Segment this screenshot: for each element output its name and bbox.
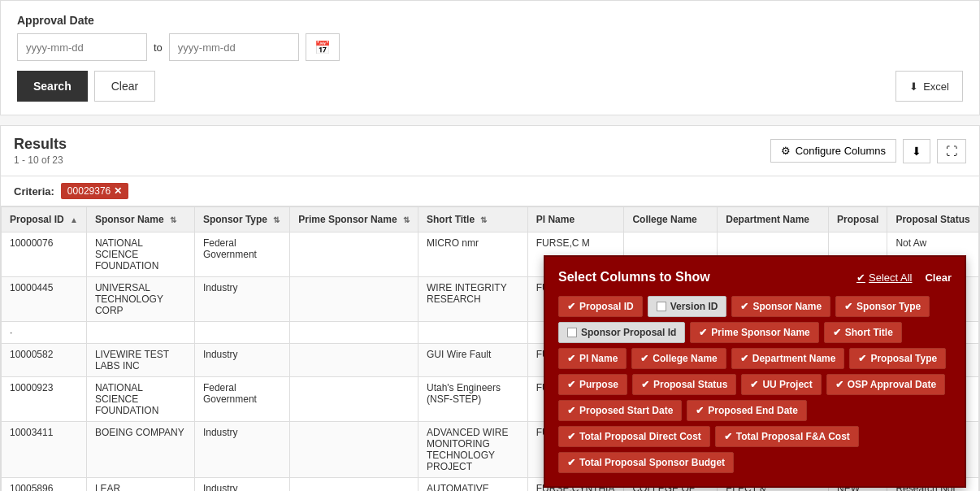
col-chip-label: College Name — [653, 353, 717, 364]
expand-icon: ⛶ — [946, 145, 957, 158]
col-chip-total_sponsor_budget[interactable]: ✔Total Proposal Sponsor Budget — [558, 452, 734, 473]
cell-short_title: MICRO nmr — [418, 232, 527, 277]
col-chip-dept_name[interactable]: ✔Department Name — [731, 348, 845, 369]
col-chip-college_name[interactable]: ✔College Name — [631, 348, 726, 369]
cell-proposal_id: · — [2, 322, 87, 344]
select-all-button[interactable]: ✔ Select All — [856, 272, 912, 284]
col-chip-label: Proposal ID — [579, 301, 634, 312]
cell-sponsor_name: LEAR CORPORATION — [86, 478, 194, 492]
col-clear-button[interactable]: Clear — [925, 272, 952, 284]
check-icon: ✔ — [724, 431, 732, 442]
col-chip-proposal_status[interactable]: ✔Proposal Status — [632, 374, 736, 395]
col-chip-proposal_id[interactable]: ✔Proposal ID — [558, 296, 643, 317]
check-icon: ✔ — [641, 379, 649, 390]
cell-sponsor_type: Federal Government — [194, 232, 289, 277]
calendar-button[interactable]: 📅 — [306, 33, 340, 61]
col-chip-proposed_start_date[interactable]: ✔Proposed Start Date — [558, 400, 682, 421]
col-sponsor-type[interactable]: Sponsor Type ⇅ — [194, 207, 289, 232]
cell-short_title: AUTOMATIVE ANTENNA — [418, 478, 527, 492]
col-chip-label: Proposal Type — [870, 353, 937, 364]
approval-date-label: Approval Date — [17, 14, 963, 27]
col-chip-osp_approval_date[interactable]: ✔OSP Approval Date — [826, 374, 945, 395]
cell-proposal_id: 10000582 — [2, 344, 87, 377]
col-chip-label: Total Proposal Sponsor Budget — [579, 457, 725, 468]
col-chip-total_direct_cost[interactable]: ✔Total Proposal Direct Cost — [558, 426, 710, 447]
check-icon: ✔ — [567, 431, 575, 442]
date-to-input[interactable] — [169, 33, 299, 61]
col-chip-label: OSP Approval Date — [848, 379, 936, 390]
cell-sponsor_name: NATIONAL SCIENCE FOUNDATION — [86, 232, 194, 277]
download-button[interactable]: ⬇ — [903, 139, 930, 163]
checkbox-icon — [657, 302, 666, 311]
check-icon: ✔ — [567, 457, 575, 468]
col-chip-label: Department Name — [752, 353, 836, 364]
expand-button[interactable]: ⛶ — [937, 139, 966, 163]
col-sponsor-name[interactable]: Sponsor Name ⇅ — [86, 207, 194, 232]
col-chip-proposal_type[interactable]: ✔Proposal Type — [849, 348, 946, 369]
col-short-title[interactable]: Short Title ⇅ — [418, 207, 527, 232]
col-dept[interactable]: Department Name — [718, 207, 829, 232]
sort-arrow-sponsor-type: ⇅ — [273, 215, 280, 224]
col-status[interactable]: Proposal Status — [887, 207, 979, 232]
criteria-tag-remove[interactable]: ✕ — [114, 185, 122, 197]
col-chip-label: Total Proposal F&A Cost — [736, 431, 850, 442]
cell-sponsor_type: Industry — [194, 277, 289, 322]
cell-prime_sponsor_name — [290, 344, 418, 377]
excel-download-icon: ⬇ — [909, 80, 918, 93]
col-college[interactable]: College Name — [624, 207, 718, 232]
configure-columns-button[interactable]: ⚙ Configure Columns — [770, 139, 896, 163]
col-chip-sponsor_name[interactable]: ✔Sponsor Name — [731, 296, 830, 317]
col-chip-total_fa_cost[interactable]: ✔Total Proposal F&A Cost — [715, 426, 859, 447]
col-chip-label: Prime Sponsor Name — [711, 327, 809, 338]
col-chip-pi_name[interactable]: ✔PI Name — [558, 348, 627, 369]
cell-prime_sponsor_name — [290, 478, 418, 492]
select-all-label: Select All — [869, 272, 912, 284]
col-proposal-id[interactable]: Proposal ID ▲ — [2, 207, 87, 232]
check-icon: ✔ — [696, 405, 704, 416]
col-prime-sponsor[interactable]: Prime Sponsor Name ⇅ — [290, 207, 418, 232]
col-pi-name[interactable]: PI Name — [527, 207, 624, 232]
excel-button[interactable]: ⬇ Excel — [895, 71, 963, 102]
results-title: Results — [14, 136, 67, 153]
sort-arrow-prime-sponsor: ⇅ — [403, 215, 410, 224]
cell-prime_sponsor_name — [290, 377, 418, 422]
col-chip-sponsor_type[interactable]: ✔Sponsor Type — [835, 296, 930, 317]
cell-sponsor_name: BOEING COMPANY — [86, 422, 194, 478]
col-chip-label: Short Title — [845, 327, 893, 338]
criteria-label: Criteria: — [14, 185, 54, 198]
checkbox-icon — [567, 328, 577, 337]
cell-proposal_id: 10000923 — [2, 377, 87, 422]
cell-sponsor_name: LIVEWIRE TEST LABS INC — [86, 344, 194, 377]
column-select-panel: Select Columns to Show ✔ Select All Clea… — [544, 255, 966, 488]
col-chip-sponsor_proposal_id[interactable]: Sponsor Proposal Id — [558, 322, 685, 343]
col-chip-uu_project[interactable]: ✔UU Project — [741, 374, 821, 395]
cell-sponsor_name: UNIVERSAL TECHNOLOGY CORP — [86, 277, 194, 322]
col-type[interactable]: Proposal — [829, 207, 887, 232]
col-chip-proposed_end_date[interactable]: ✔Proposed End Date — [687, 400, 807, 421]
check-icon: ✔ — [833, 327, 841, 338]
col-chip-prime_sponsor_name[interactable]: ✔Prime Sponsor Name — [690, 322, 818, 343]
check-icon: ✔ — [835, 379, 843, 390]
cell-short_title — [418, 322, 527, 344]
sort-arrow-proposal-id: ▲ — [70, 215, 78, 224]
col-chip-purpose[interactable]: ✔Purpose — [558, 374, 627, 395]
col-chip-label: Proposed Start Date — [579, 405, 673, 416]
cell-short_title: Utah's Engineers (NSF-STEP) — [418, 377, 527, 422]
cell-proposal_id: 10000445 — [2, 277, 87, 322]
cell-sponsor_type — [194, 322, 289, 344]
cell-sponsor_type: Industry — [194, 422, 289, 478]
search-button[interactable]: Search — [17, 71, 88, 102]
col-chip-version_id[interactable]: Version ID — [648, 296, 727, 317]
date-from-input[interactable] — [17, 33, 147, 61]
col-select-title: Select Columns to Show — [558, 270, 710, 285]
col-chip-short_title[interactable]: ✔Short Title — [824, 322, 902, 343]
criteria-tag[interactable]: 00029376 ✕ — [61, 183, 128, 199]
cell-sponsor_name — [86, 322, 194, 344]
criteria-tag-value: 00029376 — [67, 185, 111, 197]
col-chip-label: Purpose — [579, 379, 618, 390]
col-chip-label: Version ID — [670, 301, 718, 312]
cell-proposal_id: 10000076 — [2, 232, 87, 277]
calendar-icon: 📅 — [314, 40, 331, 55]
clear-button[interactable]: Clear — [94, 71, 155, 102]
col-chip-label: Sponsor Type — [856, 301, 921, 312]
